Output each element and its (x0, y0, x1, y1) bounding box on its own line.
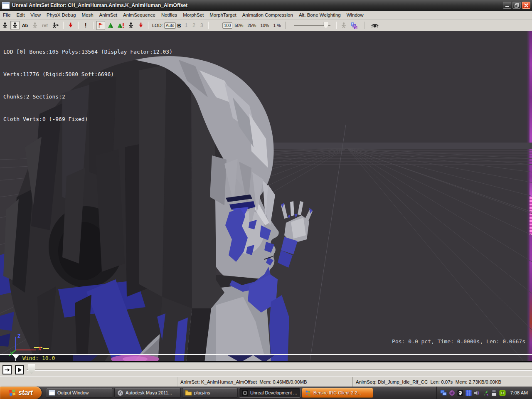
cone-alert-button[interactable] (116, 21, 126, 30)
restore-button[interactable] (512, 2, 521, 9)
purple-orb-icon[interactable] (449, 390, 455, 396)
sync-arrow-icon[interactable] (483, 390, 489, 396)
toolbar-separator (208, 22, 209, 29)
skeleton-button[interactable] (0, 21, 10, 30)
menu-animset[interactable]: AnimSet (96, 11, 120, 19)
toolbar-separator (63, 22, 64, 29)
stats-line-lod: LOD [0] Bones:105 Polys:13564 (Display F… (3, 48, 172, 56)
menu-alt-bone-weighting[interactable]: Alt. Bone Weighting (296, 11, 344, 19)
task-label: Output Window (57, 390, 89, 395)
axis-x-label: X (38, 346, 41, 352)
notify-button[interactable]: ! (81, 21, 90, 30)
arrow-down-button[interactable] (136, 21, 145, 30)
grid-window-icon[interactable] (466, 390, 472, 396)
lod-auto-button[interactable]: Auto (164, 22, 176, 29)
menu-animation-compression[interactable]: Animation Compression (239, 11, 296, 19)
minimize-button[interactable] (503, 2, 511, 9)
taskbar-clock[interactable]: 7:08 AM (510, 390, 528, 395)
loop-toggle-button[interactable] (2, 365, 12, 374)
stats-line-cloth: Cloth Verts:0 (-969 Fixed) (3, 116, 172, 123)
menu-mesh[interactable]: Mesh (79, 11, 96, 19)
eye-button[interactable] (369, 21, 380, 30)
app-icon (2, 2, 10, 9)
vertex-index-button[interactable]: 123 (349, 21, 359, 30)
task-maya[interactable]: Autodesk Maya 2011... (114, 388, 181, 398)
axis-z-label: Z (17, 333, 20, 339)
viewport[interactable]: LOD [0] Bones:105 Polys:13564 (Display F… (0, 31, 532, 362)
toolbar-separator (93, 22, 94, 29)
menu-morphtarget[interactable]: MorphTarget (207, 11, 239, 19)
play-button[interactable] (15, 365, 24, 374)
playrate-slider-thumb[interactable] (324, 22, 328, 28)
timeline-slider-track[interactable] (27, 369, 532, 371)
lod-label: LOD: (152, 23, 163, 28)
maya-icon (117, 390, 123, 396)
status-animset-info: AnimSet: K_AnimHuman_AimOffset Mem: 0.46… (177, 377, 353, 387)
speed-25-button[interactable]: 25% (247, 23, 256, 28)
toolbar-separator (336, 22, 337, 29)
volume-icon[interactable] (474, 390, 480, 396)
menu-morphset[interactable]: MorphSet (180, 11, 207, 19)
close-button[interactable] (522, 2, 530, 9)
toolbar-separator (78, 22, 79, 29)
task-label: Autodesk Maya 2011... (126, 390, 172, 395)
speed-50-button[interactable]: 50% (234, 23, 243, 28)
window-title: Unreal AnimSet Editor: CH_AnimHuman.Anim… (12, 2, 187, 8)
ref-pose-button[interactable]: ref (40, 21, 49, 30)
status-animseq-info: AnimSeq: Dbl_Jump_Idle_Rif_CC Len: 0.07s… (353, 377, 532, 387)
ghost-figure-button[interactable] (30, 21, 39, 30)
menu-animsequence[interactable]: AnimSequence (120, 11, 158, 19)
menu-window[interactable]: Window (344, 11, 367, 19)
windows-flag-icon (9, 389, 16, 397)
status-bar: AnimSet: K_AnimHuman_AimOffset Mem: 0.46… (0, 377, 532, 387)
attach-arrow-button[interactable] (66, 21, 75, 30)
disk-icon[interactable] (491, 390, 497, 396)
menu-file[interactable]: File (0, 11, 14, 19)
menu-notifies[interactable]: Notifies (158, 11, 180, 19)
task-label: Bersirc IRC Client 2.2... (313, 390, 361, 395)
stats-line-verts: Verts:11776 (Rigid:5080 Soft:6696) (3, 71, 172, 78)
task-bersirc[interactable]: Bersirc IRC Client 2.2... (302, 388, 373, 398)
status-cell-empty (0, 377, 177, 387)
wind-label: Wind: 10.0 (22, 355, 55, 361)
toolbar-separator (285, 22, 286, 29)
network-icon[interactable] (440, 390, 447, 396)
menu-edit[interactable]: Edit (14, 11, 28, 19)
task-plugins[interactable]: plug-ins (182, 388, 238, 398)
taskbar: start Output Window Autodesk Maya 2011..… (0, 387, 532, 399)
svg-text:3: 3 (355, 26, 357, 29)
udk-icon (242, 390, 248, 396)
lod-3-button[interactable]: 3 (200, 22, 203, 28)
task-label: Unreal Development ... (250, 390, 297, 395)
menu-view[interactable]: View (27, 11, 44, 19)
bone-names-button[interactable]: Ab (20, 21, 30, 30)
lod-base-button[interactable]: B (177, 22, 181, 29)
task-output-window[interactable]: Output Window (46, 388, 113, 398)
playrate-slider[interactable] (294, 22, 330, 29)
flag-button[interactable] (96, 21, 105, 30)
toolbar-separator (364, 22, 365, 29)
bones-button[interactable] (10, 21, 20, 30)
figure-button[interactable] (126, 21, 135, 30)
speed-10-button[interactable]: 10% (260, 23, 269, 28)
ghost-figure-2-button[interactable] (339, 21, 348, 30)
cone-button[interactable] (106, 21, 115, 30)
start-button[interactable]: start (0, 387, 42, 399)
speed-1-button[interactable]: 1 % (273, 23, 281, 28)
task-unreal-development[interactable]: Unreal Development ... (239, 388, 300, 398)
window-icon (49, 390, 55, 396)
nvidia-icon[interactable] (499, 390, 506, 396)
titlebar: Unreal AnimSet Editor: CH_AnimHuman.Anim… (0, 0, 532, 11)
menu-physx-debug[interactable]: PhysX Debug (44, 11, 79, 19)
axis-y-label: Y (10, 351, 13, 357)
mirror-figure-button[interactable] (50, 21, 60, 30)
timeline-slider-thumb[interactable] (28, 364, 35, 374)
start-label: start (18, 389, 33, 397)
skull-icon[interactable] (457, 390, 463, 396)
lod-2-button[interactable]: 2 (192, 22, 195, 28)
position-readout: Pos: 0.0 pct, Time: 0.0000s, Len: 0.0667… (392, 338, 525, 345)
menu-bar: File Edit View PhysX Debug Mesh AnimSet … (0, 11, 532, 20)
lod-1-button[interactable]: 1 (185, 22, 188, 28)
toolbar: Ab ref ! LOD: Auto B (0, 20, 532, 31)
speed-100-button[interactable]: 100 (222, 22, 233, 29)
